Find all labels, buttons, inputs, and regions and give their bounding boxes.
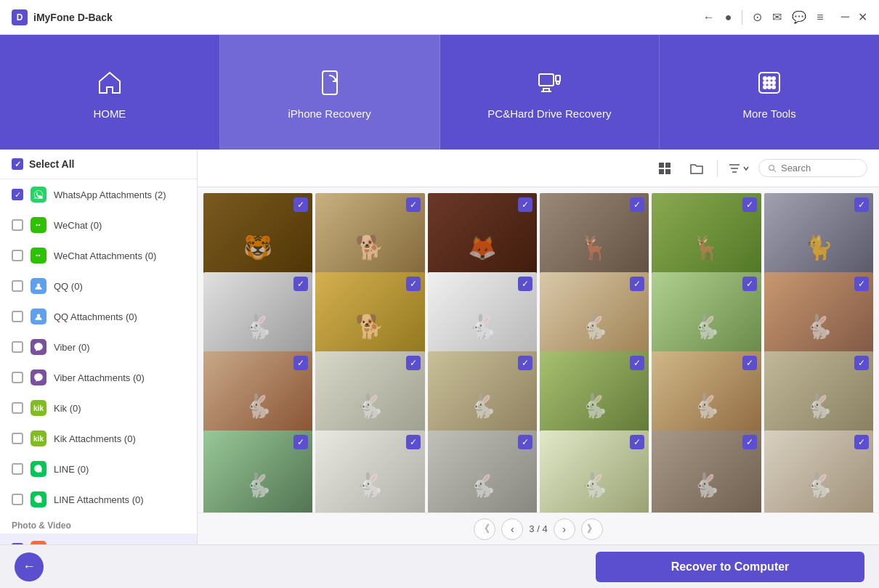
sidebar-item-kik[interactable]: kik Kik (0) (0, 393, 197, 423)
kik-attachments-checkbox[interactable] (12, 433, 23, 444)
photo-checkbox[interactable]: ✓ (854, 356, 869, 370)
wechat-checkbox[interactable] (12, 219, 23, 231)
minimize-button[interactable]: ─ (841, 10, 849, 24)
sidebar-item-viber-attachments[interactable]: Viber Attachments (0) (0, 362, 197, 393)
svg-point-18 (36, 255, 38, 256)
iphone-recovery-icon (312, 65, 347, 100)
photo-checkbox[interactable]: ✓ (630, 435, 644, 449)
svg-rect-0 (323, 71, 337, 94)
photo-cell[interactable]: 🐇✓ (764, 430, 873, 513)
sidebar: Select All WhatsApp Attachments (2) WeCh… (0, 150, 198, 544)
photo-checkbox[interactable]: ✓ (406, 197, 421, 212)
photo-checkbox[interactable]: ✓ (518, 197, 532, 212)
sidebar-item-photos[interactable]: 📷 Photos (83) (0, 534, 197, 544)
photo-checkbox[interactable]: ✓ (406, 277, 421, 291)
sidebar-item-qq[interactable]: QQ (0) (0, 271, 197, 301)
prev-page-button[interactable]: ‹ (501, 518, 523, 540)
sidebar-item-line-attachments[interactable]: LINE Attachments (0) (0, 484, 197, 515)
photo-checkbox[interactable]: ✓ (742, 277, 757, 291)
share-icon[interactable]: ← (703, 11, 715, 24)
recover-to-computer-button[interactable]: Recover to Computer (596, 552, 864, 582)
photo-cell[interactable]: 🐇✓ (428, 430, 537, 513)
sidebar-item-line[interactable]: LINE (0) (0, 454, 197, 484)
folder-view-button[interactable] (685, 157, 708, 180)
photos-checkbox[interactable] (12, 543, 23, 544)
line-checkbox[interactable] (12, 463, 23, 475)
location-icon[interactable]: ⊙ (753, 10, 762, 24)
svg-rect-22 (659, 163, 664, 168)
photo-cell[interactable]: 🐇✓ (203, 430, 312, 513)
photo-checkbox[interactable]: ✓ (854, 435, 869, 449)
menu-icon[interactable]: ≡ (817, 11, 823, 24)
photo-checkbox[interactable]: ✓ (742, 435, 757, 449)
select-all-checkbox[interactable] (12, 158, 23, 170)
next-page-button[interactable]: › (554, 518, 575, 540)
viber-label: Viber (0) (54, 342, 90, 353)
close-button[interactable]: ✕ (858, 10, 867, 24)
select-all-label: Select All (29, 158, 75, 170)
photo-checkbox[interactable]: ✓ (742, 356, 757, 370)
grid-view-button[interactable] (653, 157, 676, 180)
sidebar-item-qq-attachments[interactable]: QQ Attachments (0) (0, 301, 197, 332)
whatsapp-icon (31, 187, 46, 203)
photo-checkbox[interactable]: ✓ (630, 356, 644, 370)
photo-checkbox[interactable]: ✓ (742, 197, 757, 212)
app-name: iMyFone D-Back (33, 12, 703, 23)
select-all-bar[interactable]: Select All (0, 150, 197, 179)
photo-checkbox[interactable]: ✓ (293, 277, 308, 291)
mail-icon[interactable]: ✉ (772, 10, 782, 24)
page-info: 3 / 4 (529, 523, 547, 534)
user-icon[interactable]: ● (725, 11, 732, 24)
photo-checkbox[interactable]: ✓ (293, 356, 308, 370)
kik-checkbox[interactable] (12, 402, 23, 414)
photo-checkbox[interactable]: ✓ (293, 435, 308, 449)
viber-checkbox[interactable] (12, 341, 23, 353)
line-attachments-checkbox[interactable] (12, 494, 23, 505)
filter-button[interactable] (726, 157, 750, 180)
photo-checkbox[interactable]: ✓ (630, 277, 644, 291)
sidebar-item-whatsapp-attachments[interactable]: WhatsApp Attachments (2) (0, 179, 197, 210)
sidebar-item-wechat[interactable]: WeChat (0) (0, 210, 197, 240)
nav-iphone-recovery[interactable]: iPhone Recovery (220, 35, 440, 150)
photo-checkbox[interactable]: ✓ (518, 435, 532, 449)
wechat-attachments-checkbox[interactable] (12, 250, 23, 261)
back-button[interactable]: ← (15, 552, 44, 581)
search-box[interactable] (758, 159, 867, 177)
photo-cell[interactable]: 🐇✓ (540, 430, 649, 513)
chat-icon[interactable]: 💬 (792, 10, 806, 24)
search-input[interactable] (781, 163, 858, 173)
photo-checkbox[interactable]: ✓ (293, 197, 308, 212)
photo-checkbox[interactable]: ✓ (518, 277, 532, 291)
whatsapp-attachments-checkbox[interactable] (12, 189, 23, 200)
pc-recovery-nav-label: PC&Hard Drive Recovery (487, 107, 611, 120)
kik-icon: kik (31, 400, 46, 416)
sidebar-item-kik-attachments[interactable]: kik Kik Attachments (0) (0, 423, 197, 454)
photo-grid: 🐯✓🐕✓🦊✓🦌✓🦌✓🐈✓🐇✓🐕✓🐇✓🐇✓🐇✓🐇✓🐇✓🐇✓🐇✓🐇✓🐇✓🐇✓🐇✓🐇✓… (198, 187, 879, 513)
nav-more-tools[interactable]: More Tools (660, 35, 879, 150)
sidebar-item-wechat-attachments[interactable]: WeChat Attachments (0) (0, 240, 197, 271)
line-attachments-icon (31, 491, 46, 507)
photo-checkbox[interactable]: ✓ (854, 277, 869, 291)
line-label: LINE (0) (54, 464, 89, 475)
sidebar-item-viber[interactable]: Viber (0) (0, 332, 197, 362)
photo-checkbox[interactable]: ✓ (406, 356, 421, 370)
svg-point-8 (768, 77, 771, 80)
viber-attachments-checkbox[interactable] (12, 372, 23, 383)
svg-point-20 (37, 284, 41, 287)
search-icon (768, 163, 777, 173)
last-page-button[interactable]: 》 (581, 518, 603, 540)
whatsapp-attachments-label: WhatsApp Attachments (2) (54, 189, 166, 200)
first-page-button[interactable]: 《 (474, 518, 495, 540)
photo-video-section-label: Photo & Video (0, 515, 197, 534)
photo-checkbox[interactable]: ✓ (406, 435, 421, 449)
svg-rect-1 (539, 74, 554, 86)
photo-cell[interactable]: 🐇✓ (315, 430, 424, 513)
nav-home[interactable]: HOME (0, 35, 220, 150)
nav-pc-recovery[interactable]: PC&Hard Drive Recovery (440, 35, 660, 150)
photo-checkbox[interactable]: ✓ (854, 197, 869, 212)
photo-checkbox[interactable]: ✓ (630, 197, 644, 212)
qq-attachments-checkbox[interactable] (12, 311, 23, 322)
photo-checkbox[interactable]: ✓ (518, 356, 532, 370)
qq-checkbox[interactable] (12, 280, 23, 292)
photo-cell[interactable]: 🐇✓ (652, 430, 761, 513)
